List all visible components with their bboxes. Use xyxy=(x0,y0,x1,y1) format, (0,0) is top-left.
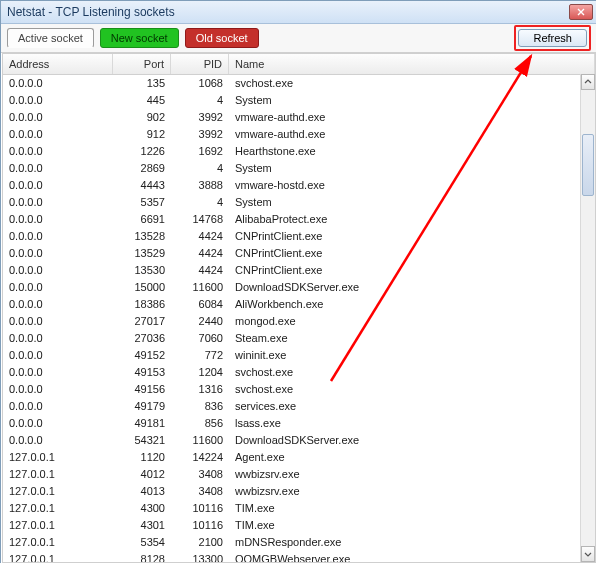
table-row[interactable]: 127.0.0.1112014224Agent.exe xyxy=(3,448,581,465)
table-row[interactable]: 0.0.0.09123992vmware-authd.exe xyxy=(3,125,581,142)
refresh-button[interactable]: Refresh xyxy=(518,29,587,47)
cell-name: DownloadSDKServer.exe xyxy=(229,281,581,293)
table-row[interactable]: 0.0.0.012261692Hearthstone.exe xyxy=(3,142,581,159)
cell-port: 4012 xyxy=(113,468,171,480)
table-row[interactable]: 0.0.0.01351068svchost.exe xyxy=(3,74,581,91)
table-row[interactable]: 0.0.0.053574System xyxy=(3,193,581,210)
table-row[interactable]: 0.0.0.0270367060Steam.exe xyxy=(3,329,581,346)
table-row[interactable]: 0.0.0.0135294424CNPrintClient.exe xyxy=(3,244,581,261)
table-row[interactable]: 0.0.0.0491531204svchost.exe xyxy=(3,363,581,380)
cell-pid: 4424 xyxy=(171,230,229,242)
cell-port: 2869 xyxy=(113,162,171,174)
close-icon xyxy=(577,8,585,16)
cell-address: 0.0.0.0 xyxy=(3,145,113,157)
cell-address: 0.0.0.0 xyxy=(3,230,113,242)
table-row[interactable]: 0.0.0.028694System xyxy=(3,159,581,176)
cell-address: 127.0.0.1 xyxy=(3,502,113,514)
table-row[interactable]: 0.0.0.049181856lsass.exe xyxy=(3,414,581,431)
cell-pid: 4 xyxy=(171,196,229,208)
cell-name: mDNSResponder.exe xyxy=(229,536,581,548)
cell-port: 13530 xyxy=(113,264,171,276)
table-row[interactable]: 0.0.0.0135304424CNPrintClient.exe xyxy=(3,261,581,278)
table-row[interactable]: 127.0.0.140123408wwbizsrv.exe xyxy=(3,465,581,482)
refresh-highlight: Refresh xyxy=(514,25,591,51)
table-row[interactable]: 0.0.0.044433888vmware-hostd.exe xyxy=(3,176,581,193)
cell-port: 5357 xyxy=(113,196,171,208)
table-row[interactable]: 0.0.0.0270172440mongod.exe xyxy=(3,312,581,329)
cell-name: wininit.exe xyxy=(229,349,581,361)
cell-address: 127.0.0.1 xyxy=(3,468,113,480)
col-pid[interactable]: PID xyxy=(171,54,229,74)
table-row[interactable]: 0.0.0.0491561316svchost.exe xyxy=(3,380,581,397)
col-port[interactable]: Port xyxy=(113,54,171,74)
cell-name: Agent.exe xyxy=(229,451,581,463)
cell-address: 0.0.0.0 xyxy=(3,281,113,293)
cell-pid: 10116 xyxy=(171,502,229,514)
cell-port: 5354 xyxy=(113,536,171,548)
cell-port: 27036 xyxy=(113,332,171,344)
scroll-up-button[interactable] xyxy=(581,74,595,90)
cell-name: svchost.exe xyxy=(229,77,581,89)
app-window: Netstat - TCP Listening sockets Active s… xyxy=(0,0,596,563)
cell-pid: 3992 xyxy=(171,111,229,123)
title-bar[interactable]: Netstat - TCP Listening sockets xyxy=(1,1,596,24)
table-row[interactable]: 0.0.0.05432111600DownloadSDKServer.exe xyxy=(3,431,581,448)
table-row[interactable]: 127.0.0.153542100mDNSResponder.exe xyxy=(3,533,581,550)
cell-address: 127.0.0.1 xyxy=(3,519,113,531)
cell-pid: 1316 xyxy=(171,383,229,395)
cell-port: 13529 xyxy=(113,247,171,259)
cell-pid: 11600 xyxy=(171,434,229,446)
tab-old-socket[interactable]: Old socket xyxy=(185,28,259,48)
cell-port: 27017 xyxy=(113,315,171,327)
cell-pid: 1204 xyxy=(171,366,229,378)
cell-port: 13528 xyxy=(113,230,171,242)
table-row[interactable]: 127.0.0.140133408wwbizsrv.exe xyxy=(3,482,581,499)
cell-pid: 4 xyxy=(171,94,229,106)
table-row[interactable]: 0.0.0.049152772wininit.exe xyxy=(3,346,581,363)
cell-pid: 856 xyxy=(171,417,229,429)
table-header: Address Port PID Name xyxy=(3,54,595,75)
chevron-up-icon xyxy=(584,78,592,86)
cell-name: lsass.exe xyxy=(229,417,581,429)
table-row[interactable]: 0.0.0.049179836services.exe xyxy=(3,397,581,414)
tab-new-socket[interactable]: New socket xyxy=(100,28,179,48)
cell-name: wwbizsrv.exe xyxy=(229,485,581,497)
cell-pid: 6084 xyxy=(171,298,229,310)
cell-port: 1120 xyxy=(113,451,171,463)
table-row[interactable]: 0.0.0.0135284424CNPrintClient.exe xyxy=(3,227,581,244)
cell-pid: 2440 xyxy=(171,315,229,327)
col-address[interactable]: Address xyxy=(3,54,113,74)
cell-name: AlibabaProtect.exe xyxy=(229,213,581,225)
tab-active-socket[interactable]: Active socket xyxy=(7,28,94,48)
table-row[interactable]: 0.0.0.01500011600DownloadSDKServer.exe xyxy=(3,278,581,295)
chevron-down-icon xyxy=(584,550,592,558)
cell-name: CNPrintClient.exe xyxy=(229,230,581,242)
cell-address: 127.0.0.1 xyxy=(3,485,113,497)
table-row[interactable]: 127.0.0.1812813300QQMGBWebserver.exe xyxy=(3,550,581,562)
scroll-thumb[interactable] xyxy=(582,134,594,196)
table-row[interactable]: 127.0.0.1430110116TIM.exe xyxy=(3,516,581,533)
scroll-down-button[interactable] xyxy=(581,546,595,562)
cell-pid: 14224 xyxy=(171,451,229,463)
table-row[interactable]: 127.0.0.1430010116TIM.exe xyxy=(3,499,581,516)
cell-pid: 7060 xyxy=(171,332,229,344)
cell-port: 4013 xyxy=(113,485,171,497)
cell-address: 0.0.0.0 xyxy=(3,417,113,429)
cell-address: 0.0.0.0 xyxy=(3,111,113,123)
cell-pid: 2100 xyxy=(171,536,229,548)
cell-pid: 3408 xyxy=(171,485,229,497)
table-row[interactable]: 0.0.0.09023992vmware-authd.exe xyxy=(3,108,581,125)
cell-name: DownloadSDKServer.exe xyxy=(229,434,581,446)
cell-name: QQMGBWebserver.exe xyxy=(229,553,581,563)
cell-port: 15000 xyxy=(113,281,171,293)
cell-port: 49179 xyxy=(113,400,171,412)
close-button[interactable] xyxy=(569,4,593,20)
cell-name: Steam.exe xyxy=(229,332,581,344)
cell-name: vmware-authd.exe xyxy=(229,111,581,123)
vertical-scrollbar[interactable] xyxy=(580,74,595,562)
table-row[interactable]: 0.0.0.04454System xyxy=(3,91,581,108)
col-name[interactable]: Name xyxy=(229,54,595,74)
table-row[interactable]: 0.0.0.0183866084AliWorkbench.exe xyxy=(3,295,581,312)
table-row[interactable]: 0.0.0.0669114768AlibabaProtect.exe xyxy=(3,210,581,227)
cell-pid: 10116 xyxy=(171,519,229,531)
